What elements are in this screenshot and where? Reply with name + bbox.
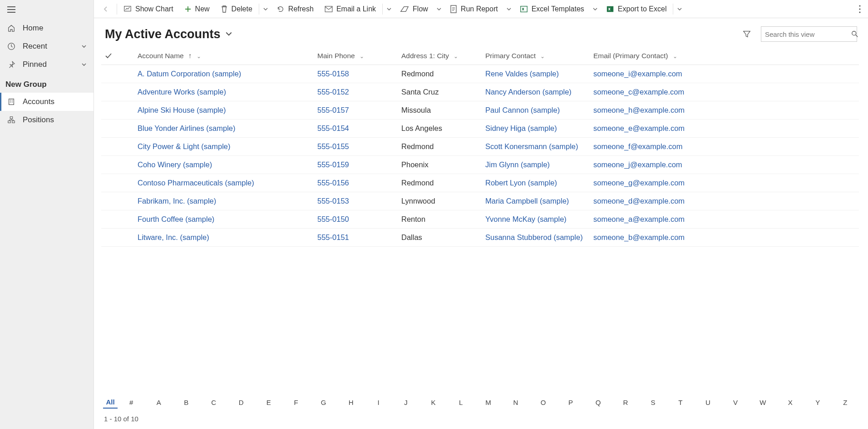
row-selector[interactable] bbox=[101, 83, 120, 101]
account-name-link[interactable]: Contoso Pharmaceuticals (sample) bbox=[138, 179, 254, 187]
row-selector[interactable] bbox=[101, 101, 120, 120]
contact-link[interactable]: Rene Valdes (sample) bbox=[485, 70, 559, 78]
alpha-letter[interactable]: C bbox=[200, 397, 227, 408]
contact-link[interactable]: Maria Campbell (sample) bbox=[485, 197, 569, 205]
alpha-letter[interactable]: Y bbox=[804, 397, 831, 408]
column-header-email[interactable]: Email (Primary Contact) ⌄ bbox=[590, 47, 859, 65]
row-selector[interactable] bbox=[101, 120, 120, 138]
table-row[interactable]: Blue Yonder Airlines (sample)555-0154Los… bbox=[101, 120, 859, 138]
alpha-letter[interactable]: D bbox=[227, 397, 255, 408]
table-row[interactable]: Coho Winery (sample)555-0159PhoenixJim G… bbox=[101, 156, 859, 174]
sidebar-item-positions[interactable]: Positions bbox=[0, 111, 94, 129]
alpha-letter[interactable]: V bbox=[722, 397, 749, 408]
alpha-letter[interactable]: H bbox=[337, 397, 365, 408]
table-row[interactable]: Contoso Pharmaceuticals (sample)555-0156… bbox=[101, 174, 859, 192]
view-selector[interactable]: My Active Accounts bbox=[105, 27, 232, 41]
contact-link[interactable]: Jim Glynn (sample) bbox=[485, 160, 550, 169]
more-commands-button[interactable] bbox=[853, 5, 866, 13]
sidebar-item-home[interactable]: Home bbox=[0, 19, 94, 37]
account-name-link[interactable]: Blue Yonder Airlines (sample) bbox=[138, 124, 236, 132]
column-header-primary-contact[interactable]: Primary Contact ⌄ bbox=[482, 47, 590, 65]
phone-link[interactable]: 555-0158 bbox=[317, 70, 349, 78]
account-name-link[interactable]: Coho Winery (sample) bbox=[138, 160, 212, 169]
alpha-letter[interactable]: E bbox=[255, 397, 282, 408]
alpha-letter[interactable]: U bbox=[694, 397, 721, 408]
refresh-button[interactable]: Refresh bbox=[271, 0, 319, 18]
new-button[interactable]: New bbox=[179, 0, 215, 18]
alpha-letter[interactable]: F bbox=[282, 397, 310, 408]
sidebar-item-pinned[interactable]: Pinned bbox=[0, 55, 94, 74]
table-row[interactable]: Fourth Coffee (sample)555-0150RentonYvon… bbox=[101, 210, 859, 229]
alpha-letter[interactable]: I bbox=[365, 397, 392, 408]
export-excel-button[interactable]: Export to Excel bbox=[601, 0, 672, 18]
table-row[interactable]: Litware, Inc. (sample)555-0151DallasSusa… bbox=[101, 229, 859, 247]
email-link[interactable]: someone_d@example.com bbox=[593, 197, 685, 205]
row-selector[interactable] bbox=[101, 174, 120, 192]
phone-link[interactable]: 555-0155 bbox=[317, 142, 349, 150]
table-row[interactable]: Alpine Ski House (sample)555-0157Missoul… bbox=[101, 101, 859, 120]
search-input[interactable] bbox=[765, 30, 851, 38]
phone-link[interactable]: 555-0151 bbox=[317, 233, 349, 241]
alpha-letter[interactable]: M bbox=[474, 397, 502, 408]
hamburger-button[interactable] bbox=[0, 0, 94, 19]
email-link[interactable]: someone_b@example.com bbox=[593, 233, 685, 241]
contact-link[interactable]: Nancy Anderson (sample) bbox=[485, 88, 572, 96]
search-box[interactable] bbox=[761, 26, 857, 42]
contact-link[interactable]: Yvonne McKay (sample) bbox=[485, 215, 567, 223]
delete-split-button[interactable] bbox=[260, 0, 271, 18]
run-report-button[interactable]: Run Report bbox=[444, 0, 503, 18]
phone-link[interactable]: 555-0152 bbox=[317, 88, 349, 96]
alpha-letter[interactable]: W bbox=[749, 397, 776, 408]
email-link[interactable]: someone_h@example.com bbox=[593, 106, 685, 114]
email-link-button[interactable]: Email a Link bbox=[319, 0, 381, 18]
email-link[interactable]: someone_e@example.com bbox=[593, 124, 685, 132]
table-row[interactable]: City Power & Light (sample)555-0155Redmo… bbox=[101, 138, 859, 156]
row-selector[interactable] bbox=[101, 156, 120, 174]
show-chart-button[interactable]: Show Chart bbox=[118, 0, 179, 18]
email-link[interactable]: someone_a@example.com bbox=[593, 215, 685, 223]
row-selector[interactable] bbox=[101, 210, 120, 229]
excel-templates-split-button[interactable] bbox=[590, 0, 601, 18]
table-row[interactable]: Adventure Works (sample)555-0152Santa Cr… bbox=[101, 83, 859, 101]
account-name-link[interactable]: Adventure Works (sample) bbox=[138, 88, 226, 96]
row-selector[interactable] bbox=[101, 229, 120, 247]
email-link[interactable]: someone_i@example.com bbox=[593, 70, 682, 78]
phone-link[interactable]: 555-0157 bbox=[317, 106, 349, 114]
excel-templates-button[interactable]: Excel Templates bbox=[514, 0, 590, 18]
row-selector[interactable] bbox=[101, 65, 120, 83]
alpha-letter[interactable]: G bbox=[310, 397, 337, 408]
alpha-letter[interactable]: N bbox=[502, 397, 529, 408]
alpha-letter[interactable]: # bbox=[118, 397, 145, 408]
email-link[interactable]: someone_c@example.com bbox=[593, 88, 684, 96]
flow-button[interactable]: Flow bbox=[395, 0, 434, 18]
run-report-split-button[interactable] bbox=[503, 0, 514, 18]
email-link[interactable]: someone_f@example.com bbox=[593, 142, 683, 150]
sidebar-item-recent[interactable]: Recent bbox=[0, 37, 94, 55]
alpha-letter[interactable]: All bbox=[103, 396, 118, 409]
row-selector[interactable] bbox=[101, 138, 120, 156]
account-name-link[interactable]: A. Datum Corporation (sample) bbox=[138, 70, 241, 78]
alpha-letter[interactable]: K bbox=[419, 397, 447, 408]
account-name-link[interactable]: Litware, Inc. (sample) bbox=[138, 233, 209, 241]
phone-link[interactable]: 555-0153 bbox=[317, 197, 349, 205]
alpha-letter[interactable]: Q bbox=[584, 397, 612, 408]
alpha-letter[interactable]: Z bbox=[832, 397, 859, 408]
email-link-split-button[interactable] bbox=[384, 0, 395, 18]
table-row[interactable]: A. Datum Corporation (sample)555-0158Red… bbox=[101, 65, 859, 83]
phone-link[interactable]: 555-0156 bbox=[317, 179, 349, 187]
column-header-city[interactable]: Address 1: City ⌄ bbox=[398, 47, 482, 65]
select-all-header[interactable] bbox=[101, 47, 120, 65]
filter-button[interactable] bbox=[741, 28, 753, 40]
sidebar-item-accounts[interactable]: Accounts bbox=[0, 93, 94, 111]
account-name-link[interactable]: Alpine Ski House (sample) bbox=[138, 106, 226, 114]
contact-link[interactable]: Susanna Stubberod (sample) bbox=[485, 233, 583, 241]
alpha-letter[interactable]: A bbox=[145, 397, 172, 408]
row-selector[interactable] bbox=[101, 192, 120, 210]
account-name-link[interactable]: City Power & Light (sample) bbox=[138, 142, 231, 150]
export-excel-split-button[interactable] bbox=[674, 0, 685, 18]
flow-split-button[interactable] bbox=[434, 0, 444, 18]
alpha-letter[interactable]: R bbox=[612, 397, 639, 408]
column-header-main-phone[interactable]: Main Phone ⌄ bbox=[314, 47, 398, 65]
email-link[interactable]: someone_g@example.com bbox=[593, 179, 685, 187]
delete-button[interactable]: Delete bbox=[215, 0, 258, 18]
